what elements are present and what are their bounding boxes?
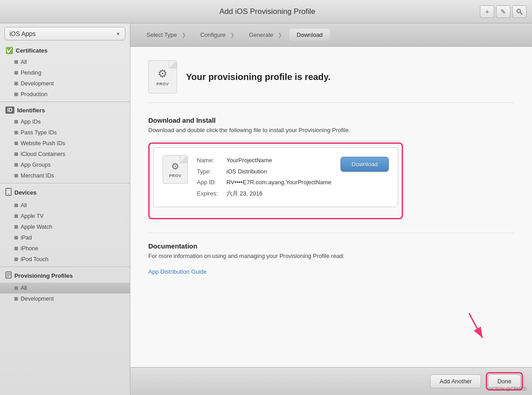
step-configure: Configure ❯ <box>193 29 242 41</box>
content-area: Select Type ❯ Configure ❯ Generate ❯ Dow… <box>130 23 532 395</box>
sidebar-item-apple-watch[interactable]: Apple Watch <box>0 222 130 232</box>
sidebar-item-development-cert[interactable]: Development <box>0 78 130 89</box>
gear-icon: ⚙ <box>171 161 179 172</box>
type-row: Type: iOS Distribution <box>197 166 332 178</box>
dot-icon <box>14 297 18 301</box>
checkmark-icon: ✅ <box>5 47 13 54</box>
step-label: Configure <box>200 31 226 38</box>
chevron-right-icon: ❯ <box>182 32 186 38</box>
sidebar-item-website-push-ids[interactable]: Website Push IDs <box>0 138 130 149</box>
sidebar-item-apple-tv[interactable]: Apple TV <box>0 211 130 222</box>
step-bar: Select Type ❯ Configure ❯ Generate ❯ Dow… <box>130 23 532 47</box>
ready-message: Your provisioning profile is ready. <box>186 72 331 82</box>
svg-point-3 <box>8 194 9 195</box>
dot-icon <box>14 225 18 229</box>
dot-icon <box>14 204 18 207</box>
add-another-button[interactable]: Add Another <box>430 374 481 388</box>
chevron-down-icon: ▼ <box>116 31 120 36</box>
id-icon: ID <box>5 107 14 114</box>
download-install-desc: Download and double click the following … <box>148 127 514 133</box>
edit-button[interactable]: ✎ <box>496 5 510 18</box>
devices-header: Devices <box>0 185 130 200</box>
dot-icon <box>14 131 18 134</box>
appid-label: App ID: <box>197 177 224 188</box>
sidebar-item-ipad[interactable]: iPad <box>0 232 130 243</box>
sidebar-item-all-certs[interactable]: All <box>0 57 130 67</box>
prov-card-icon: ⚙ PROV <box>163 155 188 184</box>
download-profile-button[interactable]: Download <box>341 157 389 172</box>
doc-desc: For more information on using and managi… <box>148 253 514 259</box>
download-install-section: Download and Install Download and double… <box>148 116 514 228</box>
type-label: Type: <box>197 166 224 178</box>
sidebar-item-all-profiles[interactable]: All <box>0 283 130 293</box>
title-bar: Add iOS Provisioning Profile + ✎ <box>0 0 532 23</box>
provisioning-profiles-label: Provisioning Profiles <box>14 272 73 279</box>
dot-icon <box>14 93 18 96</box>
dot-icon <box>14 142 18 145</box>
dot-icon <box>14 163 18 167</box>
title-bar-actions: + ✎ <box>480 5 527 18</box>
app-distribution-guide-link[interactable]: App Distribution Guide <box>148 268 207 275</box>
dot-icon <box>14 257 18 261</box>
chevron-right-icon: ❯ <box>230 32 235 38</box>
divider <box>0 183 130 183</box>
sidebar-item-app-groups[interactable]: App Groups <box>0 160 130 170</box>
dot-icon <box>14 286 18 290</box>
name-value: YourProjectName <box>226 155 272 166</box>
profile-card: ⚙ PROV Name: YourProjectName Type: iOS D… <box>153 147 398 207</box>
doc-title: Documentation <box>148 242 514 250</box>
sidebar-item-pass-type-ids[interactable]: Pass Type IDs <box>0 127 130 138</box>
page-title: Add iOS Provisioning Profile <box>55 7 480 16</box>
step-generate: Generate ❯ <box>242 29 289 41</box>
sidebar: iOS Apps ▼ ✅ Certificates All Pending De… <box>0 23 130 395</box>
dot-icon <box>14 236 18 240</box>
appid-row: App ID: RV••••E7R.com.ayang.YourProjectN… <box>197 177 332 188</box>
dot-icon <box>14 247 18 250</box>
watermark: ©CSDN @CRMEB <box>488 386 527 391</box>
gear-icon: ⚙ <box>158 67 168 80</box>
svg-line-1 <box>520 12 523 14</box>
add-button[interactable]: + <box>480 5 494 18</box>
sidebar-item-all-devices[interactable]: All <box>0 200 130 211</box>
name-row: Name: YourProjectName <box>197 155 332 166</box>
page-content: ⚙ PROV Your provisioning profile is read… <box>130 47 532 367</box>
certificates-section: ✅ Certificates All Pending Development P… <box>0 44 130 100</box>
appid-value: RV••••E7R.com.ayang.YourProjectName <box>226 177 332 188</box>
dot-icon <box>14 82 18 85</box>
ios-apps-dropdown[interactable]: iOS Apps ▼ <box>4 27 125 40</box>
download-install-title: Download and Install <box>148 116 514 124</box>
step-download: Download <box>289 29 330 41</box>
divider <box>0 266 130 267</box>
prov-label: PROV <box>169 173 182 178</box>
identifiers-header: ID Identifiers <box>0 104 130 116</box>
sidebar-item-ipod-touch[interactable]: iPod Touch <box>0 254 130 265</box>
identifiers-label: Identifiers <box>17 107 45 114</box>
divider <box>0 102 130 102</box>
prov-file-icon: ⚙ PROV <box>148 60 177 93</box>
sidebar-item-icloud-containers[interactable]: iCloud Containers <box>0 149 130 160</box>
dot-icon <box>14 174 18 178</box>
provisioning-profiles-section: Provisioning Profiles All Development <box>0 269 130 304</box>
search-button[interactable] <box>512 5 527 18</box>
sidebar-item-merchant-ids[interactable]: Merchant IDs <box>0 170 130 181</box>
chevron-right-icon: ❯ <box>278 32 282 38</box>
certificates-header: ✅ Certificates <box>0 44 130 57</box>
expires-row: Expires: 六月 23, 2016 <box>197 188 332 200</box>
dot-icon <box>14 71 18 75</box>
device-icon <box>5 188 12 197</box>
devices-label: Devices <box>14 189 36 196</box>
provisioning-profiles-header: Provisioning Profiles <box>0 269 130 283</box>
expires-label: Expires: <box>197 188 224 200</box>
sidebar-item-production[interactable]: Production <box>0 89 130 100</box>
sidebar-item-pending[interactable]: Pending <box>0 67 130 78</box>
ready-section: ⚙ PROV Your provisioning profile is read… <box>148 60 514 103</box>
download-btn-container: Download <box>341 155 389 173</box>
sidebar-item-development-profile[interactable]: Development <box>0 293 130 304</box>
documentation-section: Documentation For more information on us… <box>148 233 514 275</box>
dot-icon <box>14 120 18 124</box>
sidebar-item-iphone[interactable]: iPhone <box>0 243 130 254</box>
step-label: Select Type <box>146 31 177 38</box>
expires-value: 六月 23, 2016 <box>226 188 262 200</box>
sidebar-item-app-ids[interactable]: App IDs <box>0 116 130 127</box>
prov-label: PROV <box>156 82 169 86</box>
